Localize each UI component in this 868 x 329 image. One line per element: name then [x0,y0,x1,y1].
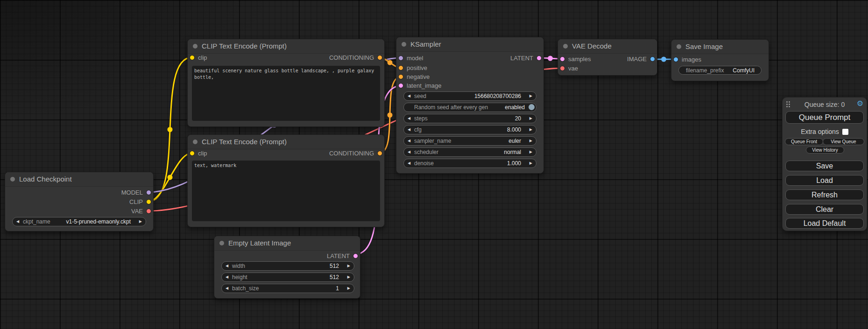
output-label: MODEL [121,188,143,197]
node-ksampler[interactable]: KSampler model LATENT positive negative … [396,37,544,174]
widget-filename-prefix[interactable]: filename_prefix ComfyUI [678,66,762,75]
widget-label: cfg [414,126,422,134]
output-port-conditioning[interactable] [377,55,382,60]
widget-height[interactable]: ◀ height 512 ▶ [221,273,354,282]
collapse-dot-icon[interactable] [563,44,568,49]
decrement-arrow-icon[interactable]: ◀ [408,114,410,123]
widget-batch-size[interactable]: ◀ batch_size 1 ▶ [221,284,354,293]
input-port-positive[interactable] [398,65,403,70]
increment-arrow-icon[interactable]: ▶ [529,126,532,134]
collapse-dot-icon[interactable] [219,241,224,245]
collapse-dot-icon[interactable] [677,44,681,49]
input-port-vae[interactable] [560,66,565,71]
node-title-bar[interactable]: CLIP Text Encode (Prompt) [188,135,384,149]
node-empty-latent-image[interactable]: Empty Latent Image LATENT ◀ width 512 ▶ … [214,236,360,299]
output-port-conditioning[interactable] [377,151,382,156]
widget-value: 512 [330,262,339,270]
graph-canvas[interactable]: Load Checkpoint MODEL CLIP VAE ◀ ckpt_na… [0,0,868,329]
node-vae-decode[interactable]: VAE Decode samples IMAGE vae [557,39,657,76]
queue-front-button[interactable]: Queue Front [785,138,823,145]
collapse-dot-icon[interactable] [193,140,198,144]
widget-label: steps [414,114,428,123]
node-clip-text-encode-positive[interactable]: CLIP Text Encode (Prompt) clip CONDITION… [187,39,385,127]
output-port-latent[interactable] [536,56,542,61]
widget-denoise[interactable]: ◀ denoise 1.000 ▶ [403,159,536,168]
decrement-arrow-icon[interactable]: ◀ [408,159,410,168]
decrement-arrow-icon[interactable]: ◀ [226,273,228,281]
toggle-indicator[interactable] [529,104,535,110]
decrement-arrow-icon[interactable]: ◀ [408,92,410,100]
clear-button[interactable]: Clear [785,204,864,215]
input-label: model [407,55,423,62]
input-label: negative [407,73,430,80]
output-label: CLIP [129,197,143,207]
decrement-arrow-icon[interactable]: ◀ [408,126,410,134]
increment-arrow-icon[interactable]: ▶ [347,262,350,270]
widget-label: seed [414,92,426,100]
increment-arrow-icon[interactable]: ▶ [529,148,532,156]
widget-seed[interactable]: ◀ seed 156680208700286 ▶ [403,91,536,101]
positive-prompt-text[interactable]: beautiful scenery nature glass bottle la… [192,66,380,121]
decrement-arrow-icon[interactable]: ◀ [16,217,19,226]
widget-scheduler[interactable]: ◀ scheduler normal ▶ [403,147,536,157]
widget-label: width [232,262,245,270]
input-port-negative[interactable] [398,74,403,79]
input-port-images[interactable] [673,57,678,62]
output-port-image[interactable] [650,56,655,62]
output-port-vae[interactable] [146,209,151,214]
widget-label: Random seed after every gen [414,103,488,112]
node-title-bar[interactable]: Save Image [671,40,769,54]
widget-width[interactable]: ◀ width 512 ▶ [221,261,354,271]
input-port-model[interactable] [398,56,403,61]
widget-value: 1.000 [507,159,521,168]
increment-arrow-icon[interactable]: ▶ [139,217,142,226]
input-label: clip [198,150,207,157]
decrement-arrow-icon[interactable]: ◀ [408,148,410,156]
output-port-model[interactable] [146,190,151,195]
widget-ckpt-name[interactable]: ◀ ckpt_name v1-5-pruned-emaonly.ckpt ▶ [12,217,146,226]
save-button[interactable]: Save [785,161,864,171]
node-title-bar[interactable]: KSampler [396,37,543,52]
node-save-image[interactable]: Save Image images filename_prefix ComfyU… [671,39,769,81]
decrement-arrow-icon[interactable]: ◀ [408,137,410,145]
view-history-button[interactable]: View History [806,147,844,154]
decrement-arrow-icon[interactable]: ◀ [226,262,228,270]
settings-gear-icon[interactable]: ⚙ [857,99,863,108]
increment-arrow-icon[interactable]: ▶ [529,137,532,145]
increment-arrow-icon[interactable]: ▶ [529,114,532,123]
output-port-latent[interactable] [353,253,358,259]
negative-prompt-text[interactable]: text, watermark [192,161,380,221]
widget-steps[interactable]: ◀ steps 20 ▶ [403,114,536,123]
widget-value: 156680208700286 [474,92,521,100]
node-title-bar[interactable]: Empty Latent Image [214,236,360,251]
increment-arrow-icon[interactable]: ▶ [347,273,350,281]
node-title-bar[interactable]: Load Checkpoint [5,172,153,187]
node-title-bar[interactable]: VAE Decode [558,39,657,54]
view-queue-button[interactable]: View Queue [823,138,864,145]
collapse-dot-icon[interactable] [193,44,198,49]
output-port-clip[interactable] [146,199,151,204]
widget-cfg[interactable]: ◀ cfg 8.000 ▶ [403,125,536,134]
increment-arrow-icon[interactable]: ▶ [529,92,532,100]
widget-label: sampler_name [414,137,451,145]
widget-sampler-name[interactable]: ◀ sampler_name euler ▶ [403,136,536,146]
input-port-clip[interactable] [190,151,195,156]
collapse-dot-icon[interactable] [402,42,406,47]
load-button[interactable]: Load [785,175,864,186]
node-title-bar[interactable]: CLIP Text Encode (Prompt) [188,39,384,54]
input-port-latent-image[interactable] [398,83,403,88]
increment-arrow-icon[interactable]: ▶ [347,284,350,293]
extra-options-checkbox[interactable] [842,129,848,135]
queue-prompt-button[interactable]: Queue Prompt [785,111,864,124]
collapse-dot-icon[interactable] [10,177,15,182]
node-load-checkpoint[interactable]: Load Checkpoint MODEL CLIP VAE ◀ ckpt_na… [5,172,154,231]
input-port-samples[interactable] [560,56,565,62]
input-port-clip[interactable] [190,55,195,60]
widget-value: 512 [330,273,339,281]
widget-random-seed-toggle[interactable]: Random seed after every gen enabled [403,103,536,112]
refresh-button[interactable]: Refresh [785,189,864,200]
decrement-arrow-icon[interactable]: ◀ [226,284,228,293]
increment-arrow-icon[interactable]: ▶ [529,159,532,168]
node-clip-text-encode-negative[interactable]: CLIP Text Encode (Prompt) clip CONDITION… [187,134,385,227]
load-default-button[interactable]: Load Default [785,218,864,229]
